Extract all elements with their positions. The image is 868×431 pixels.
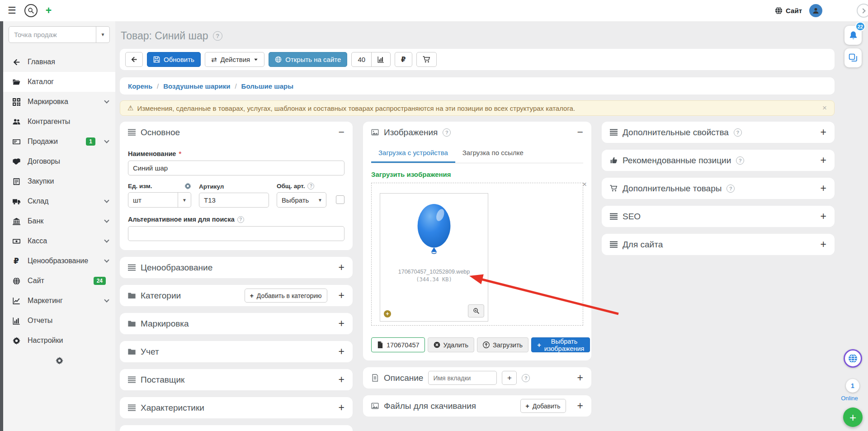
expand-icon[interactable]: + <box>821 155 826 166</box>
expand-icon[interactable]: + <box>339 403 344 413</box>
sidebar-item-contracts[interactable]: Договоры <box>3 152 115 171</box>
collapse-icon[interactable]: − <box>577 127 583 137</box>
alt-name-input[interactable] <box>128 226 344 241</box>
image-zoom-button[interactable] <box>468 304 484 317</box>
warning-close-icon[interactable]: × <box>822 104 827 113</box>
image-file-chip[interactable]: 170670457 <box>371 337 425 352</box>
panel-for-site-header[interactable]: Для сайта + <box>602 234 835 255</box>
expand-icon[interactable]: + <box>339 346 344 357</box>
breadcrumb-root[interactable]: Корень <box>128 82 152 90</box>
delete-image-button[interactable]: Удалить <box>428 337 474 352</box>
stock-count-button[interactable]: 40 <box>352 52 371 66</box>
sidebar-item-marketing[interactable]: Маркетинг <box>3 291 115 311</box>
update-button[interactable]: Обновить <box>147 52 201 67</box>
expand-icon[interactable]: + <box>339 262 344 273</box>
open-on-site-button[interactable]: Открыть на сайте <box>269 52 347 67</box>
back-button[interactable] <box>125 52 143 67</box>
cart-button[interactable] <box>416 52 437 67</box>
add-tab-button[interactable]: + <box>502 371 517 385</box>
tab-upload-device[interactable]: Загрузка с устройства <box>371 143 455 163</box>
common-sku-select[interactable]: Выбрать ▼ <box>277 192 326 208</box>
menu-burger-icon[interactable]: ☰ <box>8 6 16 15</box>
expand-icon[interactable]: + <box>821 239 826 250</box>
expand-icon[interactable]: + <box>821 183 826 194</box>
image-add-icon[interactable]: + <box>384 310 391 317</box>
collapse-icon[interactable]: − <box>339 127 344 137</box>
upload-image-button[interactable]: Загрузить <box>477 337 528 352</box>
sidebar-item-settings[interactable]: Настройки <box>3 331 115 350</box>
additional-products-help-icon[interactable]: ? <box>726 185 735 193</box>
panel-accounting-header[interactable]: Учет + <box>120 341 353 362</box>
dropzone-close-icon[interactable]: × <box>582 180 587 189</box>
sidebar-item-cash[interactable]: Касса <box>3 231 115 251</box>
name-input[interactable] <box>128 161 344 175</box>
search-icon[interactable] <box>24 4 38 17</box>
choose-images-button[interactable]: + Выбрать изображения <box>531 337 590 352</box>
pos-select[interactable]: Точка продаж ▼ <box>9 26 110 43</box>
panel-categories-header[interactable]: Категории + Добавить в категорию + <box>120 285 353 306</box>
sidebar-item-bank[interactable]: Банк <box>3 211 115 231</box>
description-help-icon[interactable]: ? <box>522 374 530 382</box>
chat-bubble-widget[interactable] <box>844 349 862 368</box>
sidebar-item-contractors[interactable]: Контрагенты <box>3 112 115 132</box>
tab-name-input[interactable] <box>428 371 497 385</box>
panel-additional-products-header[interactable]: Дополнительные товары ? + <box>602 178 835 199</box>
expand-icon[interactable]: + <box>821 211 826 222</box>
sidebar-item-sales[interactable]: Продажи 1 <box>3 132 115 152</box>
sidebar-item-reports[interactable]: Отчеты <box>3 311 115 331</box>
avatar[interactable] <box>809 4 822 17</box>
panel-characteristics-header[interactable]: Характеристики + <box>120 397 353 418</box>
stats-button[interactable] <box>371 52 390 66</box>
online-count-badge: 1 <box>846 379 859 393</box>
messages-widget[interactable] <box>844 48 862 67</box>
page-help-icon[interactable]: ? <box>213 31 222 41</box>
panel-basic-header[interactable]: Основное − <box>120 122 353 143</box>
panel-download-files-header[interactable]: Файлы для скачивания + Добавить + <box>363 395 591 417</box>
expand-icon[interactable]: + <box>577 373 583 383</box>
tab-upload-link[interactable]: Загрузка по ссылке <box>455 143 531 163</box>
sidebar-item-site[interactable]: Сайт 24 <box>3 271 115 291</box>
expand-icon[interactable]: + <box>339 374 344 385</box>
panel-recommended-items-header[interactable]: Рекомендованные позиции ? + <box>602 150 835 171</box>
common-sku-help-icon[interactable]: ? <box>307 183 314 189</box>
sidebar-item-marking[interactable]: Маркировка <box>3 92 115 112</box>
recommended-items-help-icon[interactable]: ? <box>736 156 744 165</box>
sidebar-item-warehouse[interactable]: Склад <box>3 191 115 211</box>
panel-marking-header[interactable]: Маркировка + <box>120 313 353 334</box>
add-icon[interactable]: + <box>46 5 52 16</box>
add-file-button[interactable]: + Добавить <box>520 399 566 413</box>
fab-add-button[interactable]: + <box>843 407 863 427</box>
breadcrumb-subcategory[interactable]: Большие шары <box>241 82 293 90</box>
expand-icon[interactable]: + <box>821 127 826 137</box>
panel-pricing-header[interactable]: Ценообразование + <box>120 257 353 278</box>
image-card[interactable]: 170670457_10252809.webp (344.34 KB) + <box>380 193 488 322</box>
expand-icon[interactable]: + <box>577 401 583 411</box>
sku-input[interactable] <box>199 193 269 208</box>
price-button[interactable]: ₽ <box>395 52 412 67</box>
sidebar-item-home[interactable]: Главная <box>3 52 115 72</box>
breadcrumb-category[interactable]: Воздушные шарики <box>163 82 230 90</box>
panel-additional-properties-header[interactable]: Дополнительные свойства ? + <box>602 122 835 143</box>
sidebar-item-pricing[interactable]: ₽ Ценообразование <box>3 251 115 271</box>
add-to-category-button[interactable]: + Добавить в категорию <box>245 289 327 303</box>
notifications-widget[interactable]: 22 <box>844 26 862 45</box>
panel-description-header[interactable]: Описание + ? + <box>363 367 591 388</box>
images-help-icon[interactable]: ? <box>443 128 451 137</box>
actions-button[interactable]: ⇄ Действия <box>205 52 264 67</box>
sidebar-item-catalog[interactable]: Каталог <box>3 72 115 92</box>
site-link[interactable]: Сайт <box>775 7 802 14</box>
panel-seo-header[interactable]: SEO + <box>602 206 835 227</box>
additional-properties-help-icon[interactable]: ? <box>734 128 742 137</box>
expand-right-button[interactable] <box>857 4 868 18</box>
expand-icon[interactable]: + <box>339 318 344 329</box>
common-sku-checkbox[interactable] <box>336 195 344 204</box>
panel-images-header[interactable]: Изображения ? − <box>363 122 591 143</box>
panel-supplier-header[interactable]: Поставщик + <box>120 369 353 390</box>
unit-gear-icon[interactable] <box>184 183 191 189</box>
sidebar-item-purchases[interactable]: Закупки <box>3 171 115 191</box>
image-dropzone[interactable]: 170670457_10252809.webp (344.34 KB) + <box>371 183 583 326</box>
alt-name-help-icon[interactable]: ? <box>237 216 244 223</box>
unit-select[interactable]: шт ▼ <box>128 192 191 208</box>
expand-icon[interactable]: + <box>339 290 344 301</box>
sidebar-gear-button[interactable] <box>3 357 115 365</box>
